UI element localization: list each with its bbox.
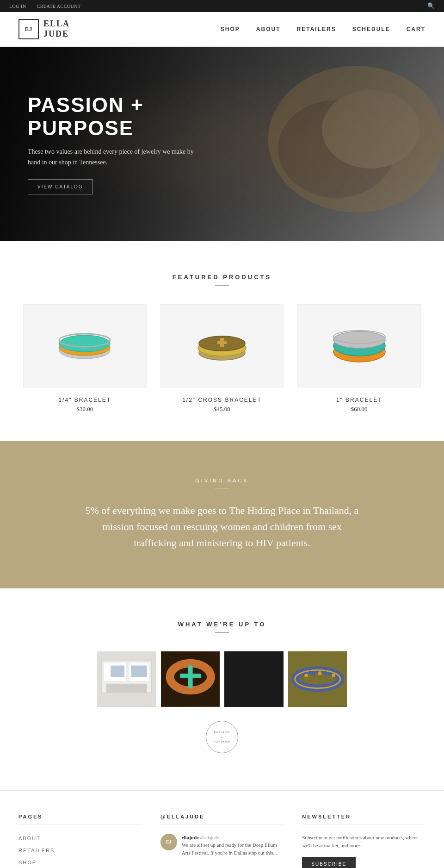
bracelet-2-image <box>185 316 259 376</box>
featured-products-section: FEATURED PRODUCTS 1/4" BRACELET $30.00 <box>0 241 444 441</box>
product-image-1 <box>23 304 147 387</box>
product-price-1: $30.00 <box>23 406 147 413</box>
logo-badge: PASSION + PURPOSE <box>18 721 426 753</box>
top-bar-auth: LOG IN · CREATE ACCOUNT <box>9 4 81 9</box>
view-catalog-button[interactable]: VIEW CATALOG <box>28 179 93 194</box>
logo[interactable]: EJ ELLA JUDE <box>18 19 70 39</box>
svg-point-2 <box>322 90 419 169</box>
hero-title: PASSION + PURPOSE <box>28 94 204 140</box>
giving-back-section: GIVING BACK 5% of everything we make goe… <box>0 441 444 588</box>
twitter-post: EJ ellajude @ellajude We are all set up … <box>160 834 284 857</box>
badge-passion: PASSION <box>214 731 230 734</box>
product-card-2[interactable]: 1/2" CROSS BRACELET $45.00 <box>160 304 284 413</box>
main-nav: SHOP ABOUT RETAILERS SCHEDULE CART <box>221 26 426 32</box>
hero-content: PASSION + PURPOSE These two values are b… <box>0 70 231 218</box>
giving-divider <box>215 488 229 488</box>
nav-retailers[interactable]: RETAILERS <box>297 26 336 32</box>
svg-rect-21 <box>111 665 124 677</box>
svg-point-35 <box>332 674 335 677</box>
product-price-3: $60.00 <box>297 406 421 413</box>
footer-link-about[interactable]: ABOUT <box>18 834 142 842</box>
svg-point-32 <box>311 672 315 675</box>
hero-hands-decoration <box>200 47 444 241</box>
footer-social-title: @ELLAJUDE <box>160 814 284 824</box>
footer-newsletter-title: NEWSLETTER <box>302 814 426 824</box>
svg-point-31 <box>304 674 308 677</box>
product-name-3: 1" BRACELET <box>297 397 421 403</box>
footer-grid: PAGES ABOUT RETAILERS SHOP @ELLAJUDE EJ <box>18 814 426 868</box>
giving-label: GIVING BACK <box>18 478 426 483</box>
nav-shop[interactable]: SHOP <box>221 26 240 32</box>
logo-box: EJ <box>18 19 39 39</box>
svg-point-14 <box>333 331 385 348</box>
update-image-2[interactable] <box>161 651 220 707</box>
badge-circle: PASSION + PURPOSE <box>206 721 238 753</box>
nav-schedule[interactable]: SCHEDULE <box>352 26 390 32</box>
updates-divider <box>215 632 229 633</box>
footer-pages-title: PAGES <box>18 814 142 824</box>
bracelet-3-image <box>322 316 396 376</box>
nav-cart[interactable]: CART <box>407 26 426 32</box>
footer-pages-links: ABOUT RETAILERS SHOP <box>18 834 142 866</box>
product-name-2: 1/2" CROSS BRACELET <box>160 397 284 403</box>
nav-about[interactable]: ABOUT <box>256 26 281 32</box>
badge-plus: + <box>221 734 223 740</box>
footer-social: @ELLAJUDE EJ ellajude @ellajude We are a… <box>160 814 284 868</box>
update-image-1[interactable] <box>97 651 156 707</box>
product-image-3 <box>297 304 421 387</box>
separator: · <box>31 4 32 9</box>
svg-rect-27 <box>224 652 284 706</box>
svg-point-33 <box>318 671 321 675</box>
create-account-link[interactable]: CREATE ACCOUNT <box>37 4 81 9</box>
giving-text: 5% of everything we make goes to The Hid… <box>83 502 361 551</box>
product-price-2: $45.00 <box>160 406 284 413</box>
product-card-3[interactable]: 1" BRACELET $60.00 <box>297 304 421 413</box>
twitter-handle: ellajude <box>182 835 199 840</box>
footer-link-shop[interactable]: SHOP <box>18 858 142 866</box>
twitter-avatar: EJ <box>160 834 177 850</box>
products-grid: 1/4" BRACELET $30.00 1/2" CROSS BRACELET… <box>23 304 421 413</box>
header: EJ ELLA JUDE SHOP ABOUT RETAILERS SCHEDU… <box>0 12 444 47</box>
svg-point-5 <box>59 335 110 352</box>
footer: PAGES ABOUT RETAILERS SHOP @ELLAJUDE EJ <box>0 790 444 868</box>
svg-rect-11 <box>217 341 227 344</box>
badge-purpose: PURPOSE <box>213 740 231 743</box>
twitter-text: We are all set up and ready for the Deep… <box>182 841 284 856</box>
login-link[interactable]: LOG IN <box>9 4 26 9</box>
twitter-content: ellajude @ellajude We are all set up and… <box>182 834 284 857</box>
featured-products-title: FEATURED PRODUCTS <box>18 274 426 281</box>
top-bar: LOG IN · CREATE ACCOUNT 🔍 <box>0 0 444 12</box>
svg-point-34 <box>325 672 328 675</box>
svg-rect-26 <box>180 674 201 678</box>
svg-rect-20 <box>106 683 147 693</box>
update-image-4[interactable] <box>288 651 347 707</box>
footer-newsletter: NEWSLETTER Subscribe to get notification… <box>302 814 426 868</box>
bracelet-1-image <box>48 316 122 376</box>
updates-grid <box>97 651 347 707</box>
newsletter-text: Subscribe to get notifications about new… <box>302 834 426 850</box>
logo-text: ELLA JUDE <box>43 19 70 39</box>
twitter-username: @ellajude <box>200 835 219 840</box>
hero-subtitle: These two values are behind every piece … <box>28 147 204 168</box>
featured-divider <box>215 285 229 286</box>
footer-link-retailers[interactable]: RETAILERS <box>18 846 142 854</box>
footer-pages: PAGES ABOUT RETAILERS SHOP <box>18 814 142 868</box>
product-image-2 <box>160 304 284 387</box>
update-image-3[interactable] <box>224 651 284 707</box>
product-card-1[interactable]: 1/4" BRACELET $30.00 <box>23 304 147 413</box>
product-name-1: 1/4" BRACELET <box>23 397 147 403</box>
svg-rect-22 <box>131 665 147 677</box>
updates-title: WHAT WE'RE UP TO <box>18 621 426 628</box>
updates-section: WHAT WE'RE UP TO <box>0 588 444 790</box>
hero-section: PASSION + PURPOSE These two values are b… <box>0 47 444 241</box>
search-icon[interactable]: 🔍 <box>427 2 435 10</box>
subscribe-button[interactable]: SUBSCRIBE <box>302 857 356 868</box>
